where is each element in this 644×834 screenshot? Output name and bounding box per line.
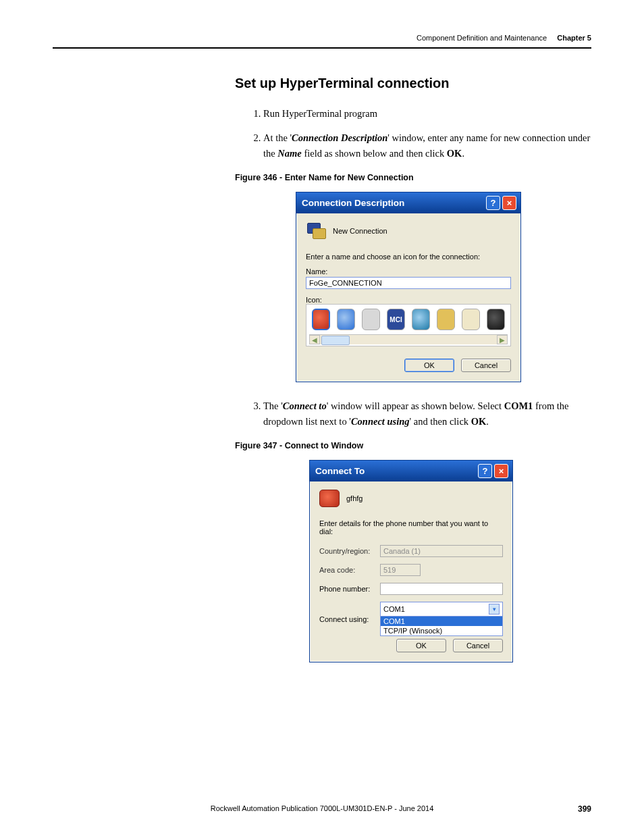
connect-to-dialog: Connect To ? × gfhfg Enter details for t… — [309, 460, 513, 662]
dialog1-instruction: Enter a name and choose an icon for the … — [306, 253, 511, 261]
connect-using-value: COM1 — [383, 605, 405, 613]
area-field: 519 — [380, 564, 421, 576]
chevron-down-icon[interactable]: ▾ — [489, 604, 500, 615]
header-section: Component Definition and Maintenance — [417, 34, 547, 42]
scroll-left-icon[interactable]: ◀ — [309, 335, 320, 344]
close-button[interactable]: × — [494, 464, 508, 478]
icon-picker: MCI ◀ ▶ — [306, 304, 511, 346]
dialog2-titlebar: Connect To ? × — [310, 461, 512, 481]
country-label: Country/region: — [319, 547, 380, 555]
dialog1-subtitle: New Connection — [333, 227, 387, 235]
step-2: At the 'Connection Description' window, … — [263, 130, 591, 161]
icon-option-earth[interactable] — [412, 309, 430, 330]
new-connection-icon — [306, 221, 326, 240]
figure-346-caption: Figure 346 - Enter Name for New Connecti… — [235, 173, 591, 182]
publication-line: Rockwell Automation Publication 7000L-UM… — [53, 804, 591, 812]
phone-label: Phone number: — [319, 585, 380, 593]
connect-using-row: Connect using: COM1 ▾ COM1 TCP/IP (Winso… — [319, 602, 503, 636]
step-3: The 'Connect to' window will appear as s… — [263, 398, 591, 429]
dropdown-option-tcpip[interactable]: TCP/IP (Winsock) — [381, 626, 502, 635]
help-button[interactable]: ? — [478, 464, 492, 478]
dropdown-option-com1[interactable]: COM1 — [381, 617, 502, 626]
dialog2-instruction: Enter details for the phone number that … — [319, 519, 503, 536]
areacode-row: Area code: 519 — [319, 564, 503, 576]
scroll-right-icon[interactable]: ▶ — [497, 335, 508, 344]
running-header: Component Definition and Maintenance Cha… — [53, 34, 591, 49]
dialog1-title: Connection Description — [302, 198, 404, 208]
cancel-button[interactable]: Cancel — [461, 359, 511, 372]
close-button[interactable]: × — [502, 196, 516, 210]
name-input[interactable] — [306, 277, 511, 289]
dialog2-title: Connect To — [315, 466, 365, 476]
icon-option-globe[interactable] — [337, 309, 355, 330]
phone-row: Phone number: — [319, 583, 503, 595]
connect-using-select[interactable]: COM1 ▾ — [380, 602, 503, 617]
connect-using-label: Connect using: — [319, 615, 380, 623]
header-chapter: Chapter 5 — [557, 34, 591, 42]
phone-field[interactable] — [380, 583, 503, 595]
icon-option-dark[interactable] — [487, 309, 505, 330]
country-row: Country/region: Canada (1) — [319, 545, 503, 557]
area-label: Area code: — [319, 566, 380, 574]
connect-using-dropdown: COM1 TCP/IP (Winsock) — [380, 617, 503, 636]
scroll-thumb[interactable] — [321, 336, 350, 345]
country-field: Canada (1) — [380, 545, 503, 557]
icon-option-paper[interactable] — [462, 309, 480, 330]
page-footer: Rockwell Automation Publication 7000L-UM… — [53, 804, 591, 814]
help-button[interactable]: ? — [486, 196, 500, 210]
cancel-button[interactable]: Cancel — [453, 639, 503, 652]
figure-347-caption: Figure 347 - Connect to Window — [235, 441, 591, 450]
dialog1-titlebar: Connection Description ? × — [296, 192, 520, 213]
name-label: Name: — [306, 267, 511, 276]
phone-icon — [319, 490, 340, 507]
ok-button[interactable]: OK — [404, 359, 454, 372]
icon-label: Icon: — [306, 296, 511, 304]
connection-name: gfhfg — [346, 494, 363, 502]
icon-option-gold[interactable] — [437, 309, 455, 330]
icon-option-phone[interactable] — [312, 309, 330, 330]
section-title: Set up HyperTerminal connection — [235, 76, 591, 91]
icon-option-generic[interactable] — [362, 309, 380, 330]
step-1: Run HyperTerminal program — [263, 106, 591, 121]
icon-scrollbar[interactable]: ◀ ▶ — [309, 334, 508, 344]
ok-button[interactable]: OK — [396, 639, 446, 652]
connection-description-dialog: Connection Description ? × New Connectio… — [296, 192, 521, 382]
icon-option-mci[interactable]: MCI — [387, 309, 405, 330]
